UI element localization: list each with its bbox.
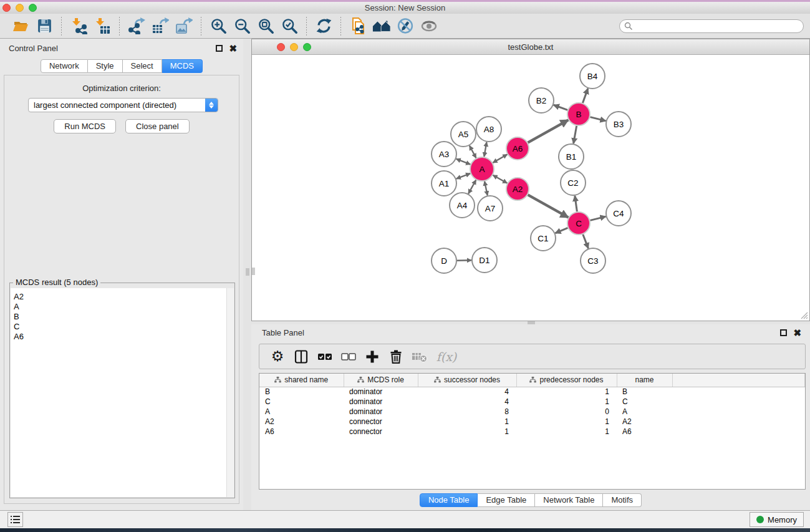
export-network-button[interactable] [127,16,147,36]
column-header-name[interactable]: name [617,374,672,387]
column-header-successor-nodes[interactable]: successor nodes [418,374,516,387]
table-cell[interactable]: dominator [344,407,418,417]
result-scrollbar[interactable] [226,288,234,497]
create-column-button[interactable] [362,347,383,367]
table-row[interactable]: Bdominator41B [259,387,805,397]
result-list-item[interactable]: A6 [14,332,226,342]
table-cell[interactable]: A [617,407,672,417]
node-A5[interactable]: A5 [451,122,476,147]
table-cell[interactable]: B [259,387,344,397]
canvas-scroll-thumb[interactable] [252,268,255,275]
edge-A-A7[interactable] [485,181,488,196]
table-cell[interactable]: A6 [259,427,344,437]
node-D1[interactable]: D1 [472,248,497,273]
network-zoom-button[interactable] [303,43,311,51]
network-minimize-button[interactable] [290,43,298,51]
import-network-button[interactable] [69,16,89,36]
vertical-split-divider[interactable] [243,39,251,510]
show-hide-button[interactable] [419,16,439,36]
node-C3[interactable]: C3 [581,248,605,273]
edge-C-C3[interactable] [583,235,589,249]
edge-A-A6[interactable] [493,155,507,163]
edge-A6-B[interactable] [528,120,569,142]
edge-B-B2[interactable] [554,105,567,110]
table-cell[interactable]: A2 [259,417,344,427]
edge-C-C4[interactable] [590,216,605,220]
tab-select[interactable]: Select [123,59,162,73]
node-A1[interactable]: A1 [432,171,456,196]
function-builder-button[interactable]: f(x) [433,347,460,367]
table-cell[interactable]: connector [344,417,418,427]
node-B1[interactable]: B1 [559,144,584,169]
table-row[interactable]: A6connector11A6 [259,427,805,437]
table-cell[interactable]: 1 [516,397,617,407]
table-cell[interactable]: A2 [617,417,672,427]
result-list-item[interactable]: C [14,322,226,332]
edge-A2-C[interactable] [528,195,569,217]
table-row[interactable]: Adominator80A [259,407,805,417]
minimize-window-button[interactable] [16,4,24,12]
edge-A-A3[interactable] [456,159,471,165]
close-table-panel-icon[interactable]: ✖ [793,329,801,336]
table-cell[interactable]: 4 [418,397,516,407]
node-B[interactable]: B [567,103,590,125]
tab-mcds[interactable]: MCDS [162,59,203,73]
result-list-item[interactable]: B [14,312,226,322]
node-A2[interactable]: A2 [506,178,529,200]
zoom-selected-button[interactable] [279,16,299,36]
close-panel-icon[interactable]: ✖ [229,45,237,52]
show-columns-button[interactable] [291,347,312,367]
node-A6[interactable]: A6 [506,137,529,160]
table-cell[interactable]: C [259,397,344,407]
node-C4[interactable]: C4 [606,201,631,226]
table-cell[interactable]: 4 [418,387,516,397]
refresh-view-button[interactable] [314,16,334,36]
table-cell[interactable]: 1 [418,417,516,427]
export-image-button[interactable] [174,16,194,36]
table-cell[interactable]: 1 [516,427,617,437]
edge-A-A1[interactable] [456,173,471,179]
tab-edge-table[interactable]: Edge Table [478,493,535,507]
delete-columns-button[interactable] [385,347,407,367]
home-button[interactable] [372,16,392,36]
export-table-button[interactable] [150,16,170,36]
node-A[interactable]: A [470,157,494,181]
column-header-shared-name[interactable]: shared name [259,374,344,387]
table-cell[interactable]: 0 [516,407,617,417]
network-window-titlebar[interactable]: testGlobe.txt [252,39,809,55]
tab-motifs[interactable]: Motifs [603,493,642,507]
node-D[interactable]: D [432,248,456,273]
edge-C-C1[interactable] [555,228,567,233]
tab-network[interactable]: Network [41,59,88,73]
edge-B-B1[interactable] [574,126,577,144]
node-C[interactable]: C [567,212,590,235]
table-cell[interactable]: A [259,407,344,417]
table-cell[interactable]: B [617,387,672,397]
float-table-panel-icon[interactable] [780,329,787,336]
result-list-item[interactable]: A [14,302,226,312]
criterion-dropdown[interactable]: largest connected component (directed) [28,98,218,112]
edge-A-A2[interactable] [493,175,507,183]
table-row[interactable]: A2connector11A2 [259,417,805,427]
close-window-button[interactable] [2,4,11,12]
edge-A-A5[interactable] [470,146,476,158]
node-A8[interactable]: A8 [476,117,501,142]
search-input[interactable] [619,19,804,33]
node-A3[interactable]: A3 [432,142,456,167]
table-cell[interactable]: 8 [418,407,516,417]
memory-button[interactable]: Memory [750,512,804,527]
float-panel-icon[interactable] [216,45,223,52]
open-session-button[interactable] [11,16,31,36]
table-options-button[interactable]: ⚙ [267,347,288,367]
table-cell[interactable]: dominator [344,387,418,397]
hide-graphics-details-button[interactable] [395,16,415,36]
node-C2[interactable]: C2 [561,170,586,195]
unselect-all-checks-button[interactable] [338,347,359,367]
node-B4[interactable]: B4 [580,64,605,89]
table-cell[interactable]: dominator [344,397,418,407]
save-session-button[interactable] [34,16,54,36]
resize-grip-icon[interactable] [799,311,808,319]
zoom-fit-button[interactable] [256,16,276,36]
node-A7[interactable]: A7 [478,196,503,221]
table-cell[interactable]: 1 [418,427,516,437]
